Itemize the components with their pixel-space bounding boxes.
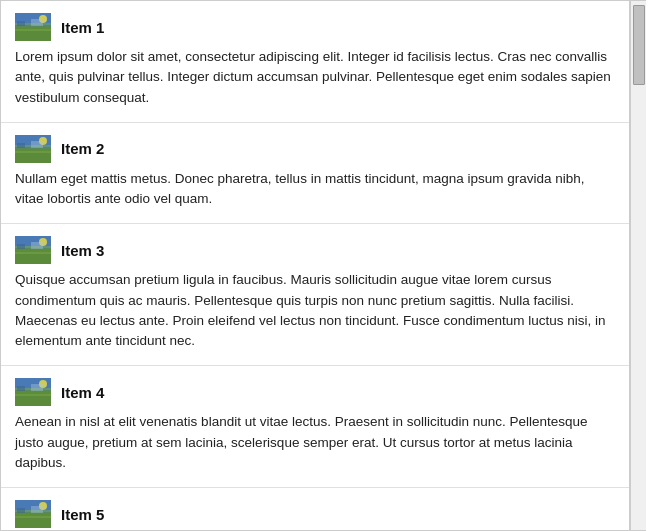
item-header: Item 2 — [15, 135, 615, 163]
list-outer: Item 1Lorem ipsum dolor sit amet, consec… — [0, 0, 670, 531]
item-title: Item 5 — [61, 506, 104, 523]
svg-rect-27 — [31, 384, 43, 391]
svg-rect-12 — [17, 143, 25, 148]
svg-rect-19 — [17, 244, 25, 249]
item-thumbnail — [15, 13, 51, 41]
item-thumbnail — [15, 236, 51, 264]
list-item: Item 5Ut consequat magna luctus justo eg… — [1, 488, 629, 531]
svg-rect-13 — [31, 141, 43, 148]
item-title: Item 1 — [61, 19, 104, 36]
list-item: Item 3Quisque accumsan pretium ligula in… — [1, 224, 629, 366]
list-item: Item 4Aenean in nisl at elit venenatis b… — [1, 366, 629, 488]
item-body: Aenean in nisl at elit venenatis blandit… — [15, 412, 615, 473]
item-body: Lorem ipsum dolor sit amet, consectetur … — [15, 47, 615, 108]
item-header: Item 1 — [15, 13, 615, 41]
list-item: Item 1Lorem ipsum dolor sit amet, consec… — [1, 1, 629, 123]
item-header: Item 4 — [15, 378, 615, 406]
svg-rect-6 — [31, 19, 43, 26]
item-thumbnail — [15, 135, 51, 163]
item-thumbnail — [15, 500, 51, 528]
item-title: Item 2 — [61, 140, 104, 157]
svg-rect-34 — [31, 506, 43, 513]
item-title: Item 4 — [61, 384, 104, 401]
item-body: Quisque accumsan pretium ligula in fauci… — [15, 270, 615, 351]
svg-rect-5 — [17, 21, 25, 26]
scrollbar[interactable] — [630, 0, 646, 531]
scrollbar-thumb[interactable] — [633, 5, 645, 85]
svg-rect-26 — [17, 386, 25, 391]
svg-rect-33 — [17, 508, 25, 513]
list-container[interactable]: Item 1Lorem ipsum dolor sit amet, consec… — [0, 0, 630, 531]
svg-rect-20 — [31, 242, 43, 249]
item-header: Item 5 — [15, 500, 615, 528]
item-body: Nullam eget mattis metus. Donec pharetra… — [15, 169, 615, 210]
item-header: Item 3 — [15, 236, 615, 264]
list-item: Item 2Nullam eget mattis metus. Donec ph… — [1, 123, 629, 225]
item-thumbnail — [15, 378, 51, 406]
item-title: Item 3 — [61, 242, 104, 259]
